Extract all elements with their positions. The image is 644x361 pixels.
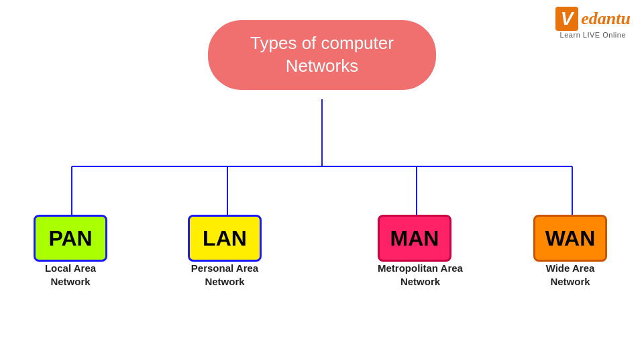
lan-item: LAN Personal AreaNetwork xyxy=(188,215,262,288)
man-label: Metropolitan AreaNetwork xyxy=(378,262,463,288)
man-box: MAN xyxy=(378,215,451,262)
pan-label: Local AreaNetwork xyxy=(34,262,107,288)
lan-box: LAN xyxy=(188,215,262,262)
wan-label: Wide AreaNetwork xyxy=(533,262,607,288)
lan-label: Personal AreaNetwork xyxy=(188,262,262,288)
root-label: Types of computer Networks xyxy=(250,33,394,76)
brand-tagline: Learn LIVE Online xyxy=(560,31,626,39)
vedantu-logo: V edantu Learn LIVE Online xyxy=(555,7,631,39)
vedantu-v-icon: V xyxy=(555,7,579,31)
lan-acronym: LAN xyxy=(203,226,247,251)
brand-name: edantu xyxy=(581,9,631,29)
pan-item: PAN Local AreaNetwork xyxy=(34,215,107,288)
pan-box: PAN xyxy=(34,215,107,262)
man-item: MAN Metropolitan AreaNetwork xyxy=(378,215,463,288)
pan-acronym: PAN xyxy=(48,226,92,251)
root-node: Types of computer Networks xyxy=(208,20,436,90)
wan-item: WAN Wide AreaNetwork xyxy=(533,215,607,288)
wan-box: WAN xyxy=(533,215,607,262)
man-acronym: MAN xyxy=(390,226,439,251)
wan-acronym: WAN xyxy=(545,226,596,251)
